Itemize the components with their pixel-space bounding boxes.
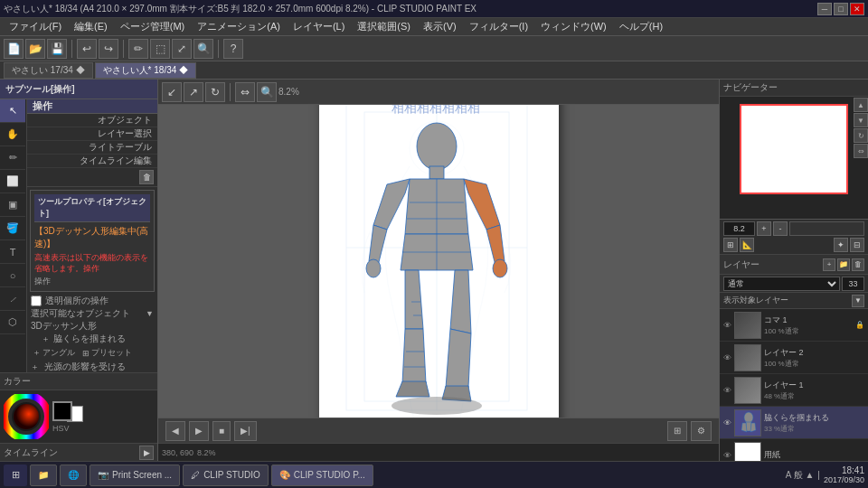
opacity-input[interactable] [842, 277, 864, 291]
canvas-btn-rotate[interactable]: ↻ [205, 82, 225, 102]
color-wheel-icon[interactable] [4, 394, 49, 439]
blend-mode-select[interactable]: 通常 [723, 277, 840, 291]
canvas-btn-flip[interactable]: ⇔ [235, 82, 255, 102]
delete-btn[interactable]: 🗑 [139, 170, 154, 184]
start-button[interactable]: ⊞ [4, 465, 27, 486]
tool-select2[interactable]: ▣ [0, 193, 25, 217]
menu-layer[interactable]: レイヤー(L) [288, 18, 350, 35]
taskbar-app-explorer[interactable]: 📁 [30, 465, 57, 486]
tool-operation[interactable]: ↖ [0, 99, 25, 123]
main-container: やさしい人* 18/34 (A4 210.0 × 297.0mm 割本サイズ:B… [0, 0, 868, 488]
tool-3d[interactable]: ⬡ [0, 311, 25, 334]
canvas-frame[interactable]: ⊞ [667, 421, 687, 441]
toolbar-save[interactable]: 💾 [47, 39, 67, 59]
tool-text[interactable]: T [0, 240, 25, 264]
tool-move[interactable]: ✋ [0, 123, 25, 146]
taskbar-app-ie[interactable]: 🌐 [60, 465, 87, 486]
maximize-button[interactable]: □ [834, 3, 848, 15]
tool-light-table[interactable]: ライトテーブル [27, 141, 157, 155]
layer-item-waki[interactable]: 👁 脇くらを掴まれる 33 %通常 [720, 407, 868, 439]
tool-connect[interactable]: ⟋ [0, 287, 25, 311]
toolbar-pen[interactable]: ✏ [128, 39, 148, 59]
zoom-input[interactable] [723, 221, 755, 236]
layer-item-layer2[interactable]: 👁 レイヤー 2 100 %通常 [720, 342, 868, 374]
nav-flip-h[interactable]: ⇔ [854, 144, 868, 158]
eye-icon-koma1[interactable]: 👁 [723, 321, 731, 330]
eye-icon-paper[interactable]: 👁 [723, 451, 731, 460]
taskbar-app-clipstudio[interactable]: 🖊 CLIP STUDIO [183, 465, 269, 486]
menu-window[interactable]: ウィンドウ(W) [535, 18, 612, 35]
menu-file[interactable]: ファイル(F) [4, 18, 67, 35]
tool-shape[interactable]: ○ [0, 264, 25, 287]
toolbar-new[interactable]: 📄 [4, 39, 24, 59]
tool-pen2[interactable]: ✏ [0, 146, 25, 170]
zoom-slider[interactable] [789, 221, 864, 236]
toolbar-help[interactable]: ? [223, 39, 243, 59]
selectable-dropdown[interactable]: ▼ [146, 309, 154, 318]
layer-item-paper[interactable]: 👁 用紙 [720, 439, 868, 461]
eye-icon-waki[interactable]: 👁 [723, 418, 731, 427]
canvas-document[interactable]: 相相相相相相相 [319, 105, 559, 418]
tool-layer-select[interactable]: レイヤー選択 [27, 127, 157, 141]
taskbar-clock[interactable]: 18:41 2017/09/30 [824, 465, 864, 484]
transparent-checkbox[interactable] [31, 296, 42, 306]
canvas-wrapper[interactable]: 相相相相相相相 [158, 105, 719, 418]
eye-icon-layer2[interactable]: 👁 [723, 353, 731, 362]
canvas-stop[interactable]: ■ [212, 421, 231, 441]
close-button[interactable]: ✕ [850, 3, 864, 15]
zoom-out-btn[interactable]: - [773, 221, 788, 236]
minimize-button[interactable]: ─ [817, 3, 832, 15]
toolbar-open[interactable]: 📂 [25, 39, 45, 59]
tool-erase[interactable]: ⬜ [0, 170, 25, 193]
toolbar-select[interactable]: ⬚ [150, 39, 170, 59]
menu-animation[interactable]: アニメーション(A) [192, 18, 286, 35]
layer-del-btn[interactable]: 🗑 [852, 258, 864, 271]
zoom-in-btn[interactable]: + [757, 221, 771, 236]
tool-timeline[interactable]: タイムライン編集 [27, 155, 157, 168]
color-header: カラー [0, 373, 157, 390]
layer-new-btn[interactable]: + [823, 258, 835, 271]
preset-icon[interactable]: ⊞ [82, 349, 90, 358]
taskbar-time-text: 18:41 [824, 465, 864, 475]
toolbar-redo[interactable]: ↪ [99, 39, 118, 59]
layer-item-layer1[interactable]: 👁 レイヤー 1 48 %通常 [720, 374, 868, 407]
canvas-btn-2[interactable]: ↗ [184, 82, 203, 102]
nav-up[interactable]: ▲ [854, 98, 868, 112]
menu-filter[interactable]: フィルター(I) [464, 18, 533, 35]
layer-item-koma1[interactable]: 👁 コマ 1 100 %通常 🔒 [720, 309, 868, 342]
menu-select[interactable]: 選択範囲(S) [352, 18, 416, 35]
canvas-prev[interactable]: ◀ [165, 421, 185, 441]
canvas-settings[interactable]: ⚙ [691, 421, 712, 441]
canvas-btn-zoom[interactable]: 🔍 [257, 82, 277, 102]
display-target-btn[interactable]: ▼ [852, 295, 864, 307]
ruler-btn[interactable]: 📐 [740, 238, 754, 252]
tool-object[interactable]: オブジェクト [27, 114, 157, 127]
navigator-preview[interactable] [740, 104, 848, 194]
menu-page[interactable]: ページ管理(M) [115, 18, 191, 35]
menu-view[interactable]: 表示(V) [418, 18, 462, 35]
guide-btn[interactable]: ⊟ [850, 238, 864, 252]
eye-icon-layer1[interactable]: 👁 [723, 386, 731, 395]
menu-help[interactable]: ヘルプ(H) [614, 18, 668, 35]
taskbar-app-printscreen[interactable]: 📷 Print Screen ... [90, 465, 180, 486]
canvas-play[interactable]: ▶ [189, 421, 209, 441]
foreground-swatch[interactable] [52, 401, 72, 421]
canvas-btn-1[interactable]: ↙ [162, 82, 182, 102]
tab-2[interactable]: やさしい人* 18/34 ◆ [95, 62, 196, 79]
snap-btn[interactable]: ✦ [834, 238, 848, 252]
nav-down[interactable]: ▼ [854, 113, 868, 127]
tab-1[interactable]: やさしい 17/34 ◆ [4, 62, 93, 79]
grid-btn[interactable]: ⊞ [723, 238, 738, 252]
menu-edit[interactable]: 編集(E) [69, 18, 113, 35]
canvas-next[interactable]: ▶| [234, 421, 257, 441]
taskbar-app-csp[interactable]: 🎨 CLIP STUDIO P... [271, 465, 373, 486]
layer-folder-btn[interactable]: 📁 [837, 258, 850, 271]
toolbar-undo[interactable]: ↩ [77, 39, 97, 59]
toolbar-zoom[interactable]: 🔍 [193, 39, 213, 59]
taskbar-date-text: 2017/09/30 [824, 475, 864, 484]
timeline-btn[interactable]: ▶ [139, 446, 154, 460]
tool-fill[interactable]: 🪣 [0, 217, 25, 240]
nav-rotate-cw[interactable]: ↻ [854, 128, 868, 143]
toolbar-transform[interactable]: ⤢ [172, 39, 192, 59]
taskbar: ⊞ 📁 🌐 📷 Print Screen ... 🖊 CLIP STUDIO 🎨… [0, 461, 868, 488]
